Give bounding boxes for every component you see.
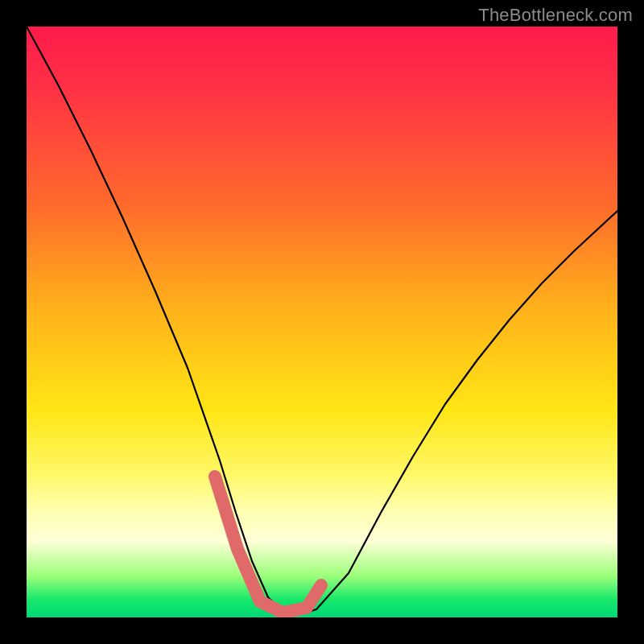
plot-area [27, 27, 617, 617]
curve-layer [27, 27, 617, 617]
bottleneck-curve [27, 27, 617, 614]
watermark-text: TheBottleneck.com [478, 5, 633, 26]
chart-frame: TheBottleneck.com [0, 0, 644, 644]
